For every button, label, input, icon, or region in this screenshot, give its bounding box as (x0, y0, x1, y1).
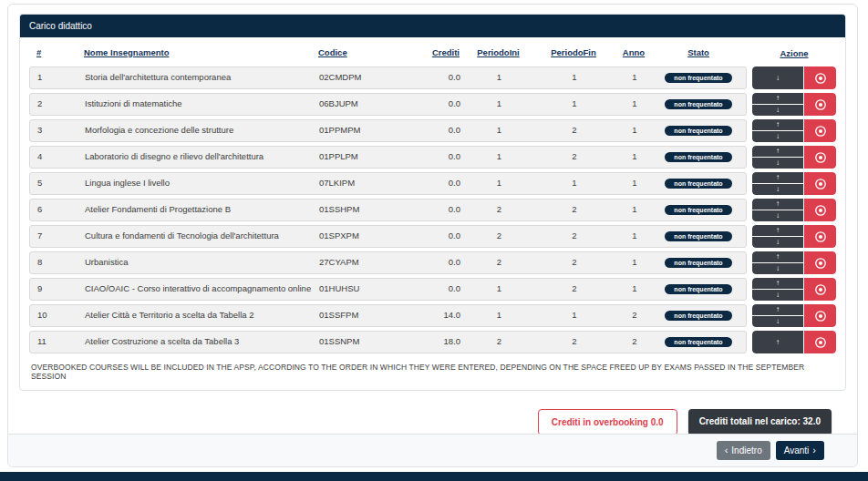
status-badge: non frequentato (665, 152, 731, 163)
panel-title: Carico didattico (20, 15, 845, 37)
sort-credits-header[interactable]: Crediti (432, 47, 460, 57)
course-period-end: 2 (538, 284, 611, 293)
remove-course-button[interactable] (804, 146, 836, 169)
circle-dot-icon (814, 336, 827, 349)
course-name: Atelier Fondamenti di Progettazione B (85, 205, 319, 214)
course-year: 1 (611, 231, 658, 240)
course-name: CIAO/OAIC - Corso interattivo di accompa… (85, 284, 319, 293)
course-period-end: 1 (538, 73, 611, 82)
remove-course-button[interactable] (804, 93, 836, 116)
content-container: Carico didattico # Nome Insegnamento Cod… (7, 4, 858, 467)
remove-course-button[interactable] (804, 331, 836, 353)
overbooking-credits-badge: Crediti in overbooking 0.0 (538, 409, 677, 435)
course-year: 1 (611, 73, 658, 82)
carico-didattico-panel: Carico didattico # Nome Insegnamento Cod… (19, 14, 846, 391)
row-actions: ↑ (752, 331, 836, 353)
status-badge: non frequentato (665, 179, 731, 189)
sort-number-header[interactable]: # (36, 47, 41, 57)
remove-course-button[interactable] (804, 119, 836, 142)
course-code: 06BJUPM (319, 99, 410, 108)
remove-course-button[interactable] (804, 304, 836, 327)
next-button[interactable]: Avanti › (776, 441, 824, 460)
sort-period-end-header[interactable]: PeriodoFin (551, 47, 596, 57)
circle-dot-icon (814, 125, 827, 138)
circle-dot-icon (814, 151, 827, 164)
course-period-end: 2 (538, 126, 611, 135)
move-up-button[interactable]: ↑ (752, 119, 803, 130)
status-badge: non frequentato (665, 73, 731, 84)
sort-status-header[interactable]: Stato (687, 48, 709, 57)
table-row: 1 Storia dell'architettura contemporanea… (29, 67, 836, 89)
move-up-button[interactable]: ↑ (752, 278, 803, 289)
row-number: 1 (37, 73, 85, 82)
course-code: 01SPXPM (319, 231, 410, 240)
row-actions: ↑ ↓ (752, 172, 836, 195)
row-actions: ↑ ↓ (752, 93, 836, 116)
move-down-button[interactable]: ↓ (752, 263, 803, 274)
table-row: 6 Atelier Fondamenti di Progettazione B … (29, 199, 836, 221)
course-period-end: 2 (538, 152, 611, 161)
action-column-header: Azione (780, 48, 808, 58)
chevron-left-icon: ‹ (725, 445, 728, 455)
table-row: 2 Istituzioni di matematiche 06BJUPM 0.0… (29, 93, 836, 116)
move-up-button[interactable]: ↑ (752, 146, 803, 157)
remove-course-button[interactable] (804, 67, 836, 89)
remove-course-button[interactable] (804, 199, 836, 221)
table-header-cells: # Nome Insegnamento Codice Crediti Perio… (29, 45, 747, 61)
move-down-button[interactable]: ↓ (752, 184, 803, 195)
course-code: 01PPMPM (319, 126, 410, 135)
overbooking-note: OVERBOOKED COURSES WILL BE INCLUDED IN T… (29, 357, 836, 384)
move-up-button[interactable]: ↑ (752, 304, 803, 315)
credits-summary: Crediti in overbooking 0.0 Crediti total… (8, 409, 832, 435)
row-actions: ↑ ↓ (752, 119, 836, 142)
move-up-button[interactable]: ↑ (752, 251, 803, 262)
course-period-end: 1 (538, 311, 611, 320)
status-badge: non frequentato (665, 284, 731, 295)
remove-course-button[interactable] (804, 225, 836, 248)
course-year: 1 (611, 284, 658, 293)
back-button[interactable]: ‹ Indietro (717, 441, 770, 460)
move-down-button[interactable]: ↓ (752, 105, 803, 116)
status-badge: non frequentato (665, 99, 731, 110)
move-down-button[interactable]: ↓ (752, 131, 803, 142)
sort-year-header[interactable]: Anno (623, 47, 645, 57)
table-row: 3 Morfologia e concezione delle struttur… (29, 119, 836, 142)
course-row-cells: 3 Morfologia e concezione delle struttur… (29, 119, 747, 142)
course-credits: 0.0 (410, 284, 460, 293)
course-year: 1 (611, 152, 658, 161)
move-up-button[interactable]: ↑ (752, 172, 803, 183)
course-year: 2 (611, 337, 658, 346)
sort-period-start-header[interactable]: PeriodoIni (477, 47, 519, 57)
move-down-button[interactable]: ↓ (752, 210, 803, 221)
course-year: 1 (611, 258, 658, 267)
move-up-button[interactable]: ↑ (752, 93, 803, 104)
move-down-button[interactable]: ↓ (752, 237, 803, 248)
table-row: 9 CIAO/OAIC - Corso interattivo di accom… (29, 278, 836, 301)
table-row: 7 Cultura e fondamenti di Tecnologia del… (29, 225, 836, 248)
row-number: 4 (37, 152, 85, 161)
move-up-button[interactable]: ↑ (752, 199, 803, 210)
remove-course-button[interactable] (804, 251, 836, 274)
sort-code-header[interactable]: Codice (318, 47, 347, 57)
move-down-button[interactable]: ↓ (752, 158, 803, 169)
circle-dot-icon (814, 204, 827, 217)
move-down-button[interactable]: ↓ (752, 316, 803, 327)
circle-dot-icon (814, 230, 827, 243)
course-period-end: 1 (538, 99, 611, 108)
page: Carico didattico # Nome Insegnamento Cod… (0, 0, 868, 481)
move-up-button[interactable]: ↑ (752, 225, 803, 236)
course-year: 1 (611, 99, 658, 108)
move-down-button[interactable]: ↓ (752, 67, 803, 89)
row-number: 6 (37, 205, 85, 214)
row-number: 11 (37, 337, 85, 346)
remove-course-button[interactable] (804, 172, 836, 195)
row-actions: ↑ ↓ (752, 146, 836, 169)
course-row-cells: 7 Cultura e fondamenti di Tecnologia del… (29, 225, 747, 248)
move-down-button[interactable]: ↓ (752, 290, 803, 301)
sort-course-name-header[interactable]: Nome Insegnamento (84, 47, 169, 57)
remove-course-button[interactable] (804, 278, 836, 301)
table-row: 4 Laboratorio di disegno e rilievo dell'… (29, 146, 836, 169)
course-name: Atelier Costruzione a scelta da Tabella … (85, 337, 319, 346)
move-up-button[interactable]: ↑ (752, 331, 803, 353)
row-number: 7 (37, 231, 85, 240)
